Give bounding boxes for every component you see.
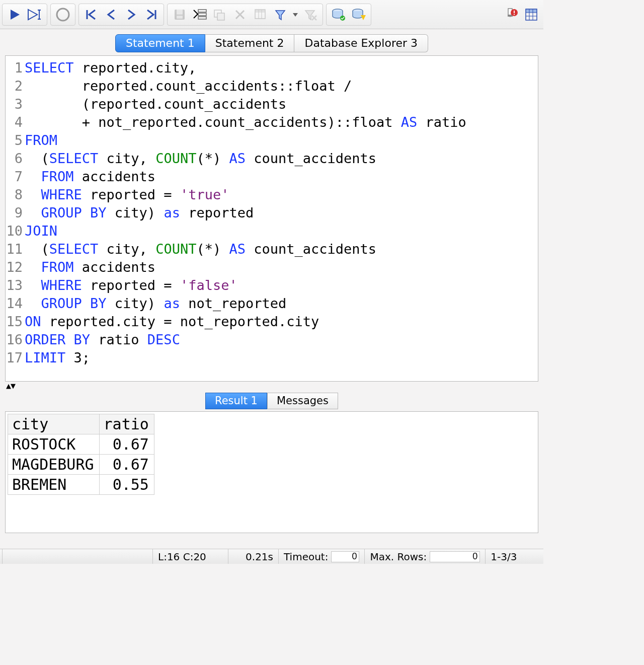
svg-rect-10 [177,16,183,19]
exec-time: 0.21s [228,549,279,564]
row-range: 1-3/3 [486,549,522,564]
run-cursor-button[interactable] [25,5,45,25]
editor-tab[interactable]: Database Explorer 3 [294,34,428,52]
editor-tab[interactable]: Statement 2 [205,34,295,52]
svg-rect-12 [198,13,206,16]
cursor-position: L:16 C:20 [153,549,228,564]
svg-rect-11 [198,10,206,12]
svg-point-5 [57,9,69,21]
svg-rect-13 [198,17,206,19]
column-header-city[interactable]: city [8,414,100,434]
svg-rect-34 [514,14,515,15]
copy-row-button[interactable] [210,5,230,25]
table-row[interactable]: ROSTOCK0.67 [8,434,154,455]
first-record-button[interactable] [81,5,101,25]
stop-button[interactable] [53,5,73,25]
maxrows-input[interactable] [430,551,480,562]
prev-record-button[interactable] [101,5,121,25]
run-button[interactable] [5,5,25,25]
line-gutter: 1234567891011121314151617 [6,59,25,367]
result-tab[interactable]: Messages [267,393,338,409]
select-columns-button[interactable] [250,5,270,25]
splitter-handle[interactable]: ▲▼ [5,382,538,390]
timeout-input[interactable] [331,551,359,562]
save-button[interactable] [170,5,190,25]
table-row[interactable]: BREMEN0.55 [8,475,154,495]
result-panel: city ratio ROSTOCK0.67MAGDEBURG0.67BREME… [5,411,538,533]
svg-rect-18 [255,10,265,13]
svg-rect-15 [217,13,224,20]
sql-editor[interactable]: 1234567891011121314151617 SELECT reporte… [5,55,538,382]
svg-marker-1 [28,10,37,20]
timeout-label: Timeout: [284,551,328,563]
status-bar: L:16 C:20 0.21s Timeout: Max. Rows: 1-3/… [0,549,543,564]
editor-tabbar: Statement 1Statement 2Database Explorer … [5,34,538,52]
last-record-button[interactable] [141,5,162,25]
result-tabbar: Result 1Messages [5,393,538,409]
next-record-button[interactable] [121,5,141,25]
svg-marker-23 [293,13,298,17]
editor-tab[interactable]: Statement 1 [115,34,205,52]
sql-code[interactable]: SELECT reported.city, reported.count_acc… [25,59,538,367]
svg-rect-9 [177,10,183,15]
column-header-ratio[interactable]: ratio [99,414,154,434]
commit-button[interactable] [329,5,349,25]
toolbar [0,0,543,29]
red-indicator-icon[interactable] [501,5,521,25]
result-table[interactable]: city ratio ROSTOCK0.67MAGDEBURG0.67BREME… [8,414,154,495]
svg-marker-22 [276,11,285,20]
filter-dropdown-button[interactable] [290,5,300,25]
rollback-button[interactable] [349,5,369,25]
table-row[interactable]: MAGDEBURG0.67 [8,455,154,475]
insert-row-button[interactable] [190,5,210,25]
grid-icon[interactable] [521,5,541,25]
result-tab[interactable]: Result 1 [205,393,267,409]
delete-row-button[interactable] [230,5,250,25]
clear-filter-button[interactable] [300,5,320,25]
svg-rect-35 [526,9,537,13]
filter-button[interactable] [270,5,290,25]
maxrows-label: Max. Rows: [370,551,427,563]
svg-marker-0 [11,10,20,20]
svg-rect-33 [514,11,515,13]
